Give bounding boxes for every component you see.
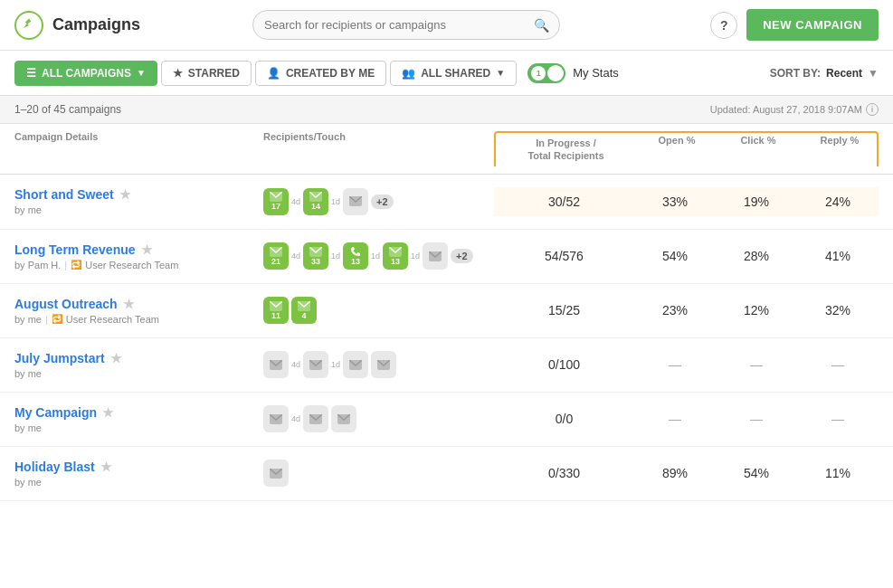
email-touch-icon (263, 460, 289, 487)
campaign-by: by me (14, 204, 42, 215)
touch-num: 11 (271, 312, 280, 320)
toolbar: ☰ ALL CAMPAIGNS ▼ ★ STARRED 👤 CREATED BY… (0, 51, 893, 96)
plus-badge: +2 (371, 194, 394, 209)
star-icon[interactable]: ★ (110, 351, 122, 365)
touch-icons: 214d331d131d131d+2 (263, 242, 494, 270)
all-campaigns-label: ALL CAMPAIGNS (42, 67, 131, 80)
touch-num: 17 (271, 203, 280, 211)
reply-cell: 41% (797, 249, 879, 263)
touch-separator: 1d (411, 251, 420, 261)
touch-icons: 174d141d+2 (263, 188, 494, 215)
help-button[interactable]: ? (710, 12, 737, 39)
in-progress-cell: 0/100 (494, 357, 634, 372)
touch-num: 33 (311, 258, 320, 266)
info-icon: i (866, 103, 879, 116)
new-campaign-button[interactable]: NEW CAMPAIGN (746, 9, 879, 41)
campaign-by: by me (14, 477, 42, 488)
stats-header-box: In Progress / Total Recipients Open % Cl… (494, 131, 879, 166)
star-icon[interactable]: ★ (119, 187, 131, 202)
in-progress-cell: 30/52 (494, 187, 634, 216)
click-cell: — (716, 412, 797, 426)
campaign-details: Holiday Blast ★by me (14, 460, 263, 488)
person-icon: 👤 (267, 67, 280, 80)
table-row[interactable]: Short and Sweet ★by me174d141d+230/5233%… (0, 175, 893, 230)
campaign-name: My Campaign (14, 405, 97, 420)
search-bar: 🔍 (252, 10, 560, 40)
star-icon[interactable]: ★ (100, 460, 112, 474)
reply-cell: 32% (797, 303, 879, 318)
touch-separator: 4d (291, 414, 300, 423)
email-touch-icon: 11 (263, 297, 289, 324)
campaign-details: My Campaign ★by me (14, 405, 263, 433)
col-recipients-header: Recipients/Touch (263, 131, 494, 166)
click-cell: 54% (716, 466, 797, 480)
campaign-details: August Outreach ★by me | 🔁 User Research… (14, 297, 263, 325)
touch-num: 13 (391, 258, 400, 266)
sort-value: Recent (826, 67, 862, 80)
share-icon-small: 🔁 (52, 314, 62, 324)
table-row[interactable]: Holiday Blast ★by me0/33089%54%11% (0, 447, 893, 501)
campaign-name: Long Term Revenue (14, 242, 136, 257)
touch-num: 13 (351, 258, 360, 266)
open-cell: — (634, 412, 716, 426)
table-row[interactable]: July Jumpstart ★by me4d1d0/100——— (0, 338, 893, 393)
campaign-share: User Research Team (85, 260, 178, 270)
campaign-rows: Short and Sweet ★by me174d141d+230/5233%… (0, 175, 893, 501)
all-campaigns-button[interactable]: ☰ ALL CAMPAIGNS ▼ (14, 61, 157, 86)
campaign-by: by me (14, 368, 42, 379)
campaign-name: August Outreach (14, 297, 118, 311)
sub-header: 1–20 of 45 campaigns Updated: August 27,… (0, 96, 893, 124)
table-row[interactable]: My Campaign ★by me4d0/0——— (0, 393, 893, 447)
open-cell: 23% (634, 303, 716, 318)
email-touch-icon (343, 351, 368, 378)
open-cell: 33% (634, 187, 716, 216)
reply-cell: 24% (797, 187, 879, 216)
touch-num: 4 (301, 312, 306, 320)
star-icon[interactable]: ★ (123, 297, 135, 311)
logo-icon (14, 11, 43, 40)
email-touch-icon (343, 188, 368, 215)
touch-separator: 4d (291, 197, 300, 206)
campaign-share: User Research Team (66, 314, 159, 325)
touch-icons: 114 (263, 297, 494, 324)
click-cell: 19% (716, 187, 797, 216)
in-progress-cell: 0/0 (494, 412, 634, 426)
touch-num: 21 (271, 258, 280, 266)
logo: Campaigns (14, 11, 140, 40)
email-touch-icon (303, 351, 328, 378)
campaigns-table: Campaign Details Recipients/Touch In Pro… (0, 124, 893, 501)
created-by-me-label: CREATED BY ME (286, 67, 375, 80)
phone-touch-icon: 13 (343, 242, 368, 270)
campaign-name: July Jumpstart (14, 351, 105, 365)
campaign-details: Long Term Revenue ★by Pam H. | 🔁 User Re… (14, 242, 263, 270)
updated-info: Updated: August 27, 2018 9:07AM i (710, 103, 879, 116)
sort-chevron-icon[interactable]: ▼ (868, 67, 879, 80)
touch-separator: 1d (331, 197, 340, 206)
campaign-details: Short and Sweet ★by me (14, 187, 263, 215)
email-touch-icon: 17 (263, 188, 289, 215)
star-icon[interactable]: ★ (141, 242, 153, 257)
campaign-by: by me (14, 422, 42, 433)
share-icon-small: 🔁 (71, 260, 81, 270)
table-row[interactable]: August Outreach ★by me | 🔁 User Research… (0, 284, 893, 338)
col-click-header: Click % (717, 135, 799, 165)
campaign-details: July Jumpstart ★by me (14, 351, 263, 379)
star-icon: ★ (173, 67, 183, 80)
campaign-by: by Pam H. (14, 260, 61, 270)
my-stats-toggle[interactable]: 1 (527, 63, 565, 83)
toggle-badge: 1 (531, 66, 546, 81)
all-shared-button[interactable]: 👥 ALL SHARED ▼ (390, 61, 517, 86)
email-touch-icon (331, 405, 356, 432)
starred-button[interactable]: ★ STARRED (161, 61, 252, 86)
in-progress-cell: 54/576 (494, 249, 634, 263)
search-icon: 🔍 (534, 18, 549, 33)
all-shared-label: ALL SHARED (421, 67, 490, 80)
col-campaign-header: Campaign Details (14, 131, 263, 166)
search-input[interactable] (252, 10, 560, 40)
header-actions: ? NEW CAMPAIGN (710, 9, 879, 41)
created-by-me-button[interactable]: 👤 CREATED BY ME (255, 61, 386, 86)
star-icon[interactable]: ★ (102, 405, 114, 420)
table-row[interactable]: Long Term Revenue ★by Pam H. | 🔁 User Re… (0, 230, 893, 284)
starred-label: STARRED (188, 67, 240, 80)
share-icon: 👥 (402, 67, 415, 80)
